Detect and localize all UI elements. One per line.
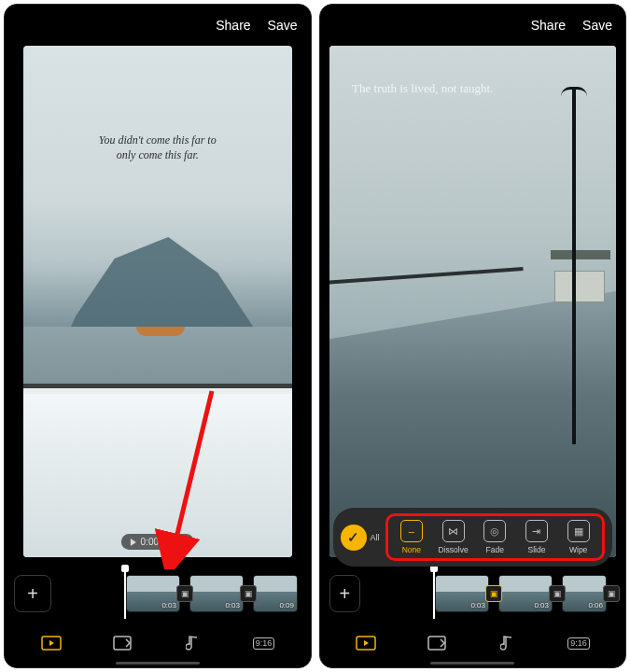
clip-thumb[interactable]: 0:03 [498, 575, 553, 612]
add-clip-button[interactable]: + [14, 575, 51, 612]
save-button[interactable]: Save [268, 18, 298, 33]
clip-thumb[interactable]: 0:06 [562, 575, 607, 612]
nav-video-icon[interactable] [352, 632, 380, 654]
dissolve-icon: ⋈ [442, 520, 465, 542]
top-bar: Share Save [320, 5, 626, 38]
timeline-row: + 0:03 ▣ 0:03 ▣ 0:09 [5, 565, 311, 623]
apply-all-label: All [371, 533, 380, 542]
clip-thumb[interactable]: 0:09 [253, 575, 298, 612]
apply-all-button[interactable]: ✓ [341, 525, 367, 551]
play-time: 0:00 / 0:15 [141, 537, 185, 547]
transition-fade[interactable]: ◎ Fade [477, 520, 513, 554]
transition-button[interactable]: ▣ [240, 585, 257, 602]
play-control[interactable]: 0:00 / 0:15 [121, 534, 194, 550]
timeline-row: + 0:03 ▣ 0:03 ▣ 0:06 ▣ [320, 565, 626, 623]
wipe-icon: ▦ [567, 520, 590, 542]
svg-rect-4 [428, 637, 445, 650]
overlay-caption: You didn't come this far to only come th… [23, 133, 292, 162]
transition-button[interactable]: ▣ [549, 585, 566, 602]
add-clip-button[interactable]: + [329, 575, 361, 612]
nav-aspect-icon[interactable]: 9:16 [250, 632, 278, 654]
scene-hut [554, 271, 605, 302]
clip-thumb[interactable]: 0:03 [189, 575, 244, 612]
nav-aspect-icon[interactable]: 9:16 [565, 632, 593, 654]
nav-text-icon[interactable] [423, 632, 451, 654]
home-indicator [116, 662, 200, 665]
overlay-caption: The truth is lived, not taught. [352, 81, 493, 96]
transitions-options-highlight: – None ⋈ Dissolve ◎ Fade ⇥ Slide ▦ Wipe [385, 513, 605, 561]
transition-button[interactable]: ▣ [603, 585, 620, 602]
bottom-nav: 9:16 [5, 623, 311, 667]
transitions-panel: ✓ All – None ⋈ Dissolve ◎ Fade ⇥ Slide ▦… [333, 508, 613, 567]
none-icon: – [400, 520, 423, 542]
play-icon [131, 539, 136, 546]
transition-wipe[interactable]: ▦ Wipe [560, 520, 596, 554]
nav-music-icon[interactable] [494, 632, 522, 654]
transition-button[interactable]: ▣ [176, 585, 193, 602]
clip-thumb[interactable]: 0:03 [126, 575, 180, 612]
timeline-track[interactable]: 0:03 ▣ 0:03 ▣ 0:09 [61, 572, 301, 615]
video-preview[interactable]: The truth is lived, not taught. [329, 46, 617, 557]
nav-video-icon[interactable] [37, 632, 65, 654]
top-bar: Share Save [5, 5, 311, 38]
nav-music-icon[interactable] [179, 632, 207, 654]
transition-button[interactable]: ▣ [485, 585, 502, 602]
transition-slide[interactable]: ⇥ Slide [519, 520, 555, 554]
phone-screen-left: Share Save You didn't come this far to o… [4, 4, 312, 668]
bottom-nav: 9:16 [320, 623, 626, 667]
fade-icon: ◎ [483, 520, 506, 542]
share-button[interactable]: Share [216, 18, 250, 33]
clip-thumb[interactable]: 0:03 [435, 575, 489, 612]
share-button[interactable]: Share [531, 18, 566, 33]
save-button[interactable]: Save [582, 18, 612, 33]
slide-icon: ⇥ [525, 520, 548, 542]
scene-lamppost [572, 87, 576, 445]
timeline-track[interactable]: 0:03 ▣ 0:03 ▣ 0:06 ▣ [370, 572, 616, 615]
transition-none[interactable]: – None [394, 520, 430, 554]
nav-text-icon[interactable] [108, 632, 136, 654]
video-preview[interactable]: You didn't come this far to only come th… [23, 46, 292, 557]
phone-screen-right: Share Save The truth is lived, not taugh… [319, 4, 627, 668]
svg-rect-2 [114, 637, 131, 650]
scene-snow [23, 388, 292, 557]
transition-dissolve[interactable]: ⋈ Dissolve [435, 520, 471, 554]
home-indicator [430, 662, 514, 665]
scene-boat [136, 327, 185, 336]
